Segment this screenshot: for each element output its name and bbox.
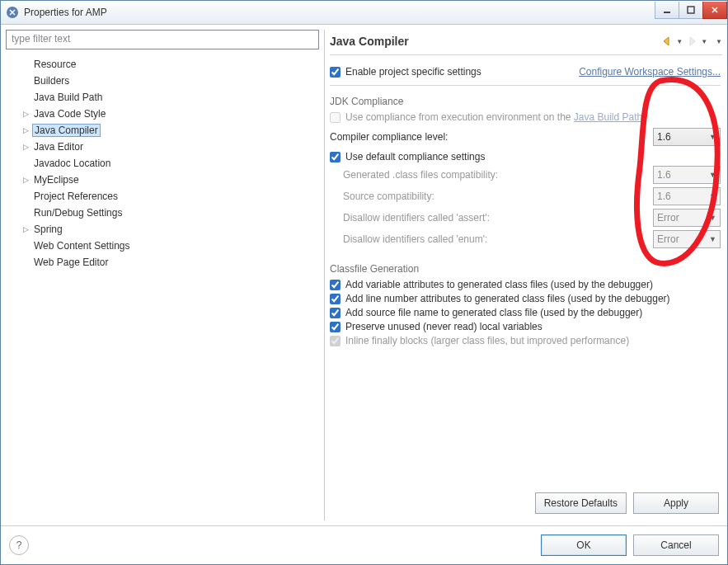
add-variable-checkbox[interactable]: Add variable attributes to generated cla… [330, 279, 721, 290]
expand-icon[interactable]: ▷ [21, 125, 31, 135]
enable-project-specific-checkbox[interactable]: Enable project specific settings [330, 66, 481, 78]
classfile-group-title: Classfile Generation [330, 263, 419, 275]
tree-item-label: MyEclipse [32, 174, 81, 186]
tree-item[interactable]: Builders [7, 73, 317, 89]
filter-input[interactable] [10, 32, 318, 45]
window-controls [655, 2, 727, 18]
twisty-placeholder [21, 208, 31, 218]
tree-item[interactable]: Project References [7, 188, 317, 205]
tree-item[interactable]: ▷Spring [7, 221, 317, 238]
tree-item-label: Javadoc Location [32, 158, 112, 169]
tree-item[interactable]: Resource [7, 56, 317, 73]
expand-icon[interactable]: ▷ [21, 109, 31, 119]
back-icon[interactable] [661, 36, 673, 46]
compliance-level-combo[interactable]: 1.6▼ [653, 128, 721, 146]
inline-finally-label: Inline finally blocks (larger class file… [345, 335, 629, 346]
twisty-placeholder [21, 92, 31, 102]
preserve-unused-checkbox[interactable]: Preserve unused (never read) local varia… [330, 321, 721, 332]
use-exec-env-checkbox[interactable]: Use compliance from execution environmen… [330, 111, 721, 123]
filter-box[interactable] [6, 30, 319, 49]
tree-item-label: Java Build Path [32, 92, 104, 103]
app-icon [6, 6, 19, 19]
preserve-unused-label: Preserve unused (never read) local varia… [345, 321, 542, 332]
disallow-assert-label: Disallow identifiers called 'assert': [343, 212, 653, 224]
twisty-placeholder [21, 191, 31, 201]
tree-item[interactable]: Web Content Settings [7, 238, 317, 254]
svg-rect-2 [688, 7, 694, 13]
close-button[interactable] [702, 2, 727, 19]
chevron-down-icon: ▼ [709, 171, 716, 179]
tree-item-label: Project References [32, 191, 120, 202]
minimize-button[interactable] [655, 2, 679, 19]
twisty-placeholder [21, 257, 31, 267]
add-source-label: Add source file name to generated class … [345, 307, 642, 318]
help-icon[interactable]: ? [9, 535, 29, 555]
tree-item[interactable]: ▷Java Code Style [7, 106, 317, 122]
chevron-down-icon: ▼ [709, 235, 716, 243]
tree-item-label: Resource [32, 59, 77, 70]
disallow-assert-combo: Error▼ [653, 209, 721, 227]
properties-dialog: Properties for AMP ResourceBuildersJava … [0, 0, 728, 565]
dialog-footer: ? OK Cancel [1, 525, 727, 564]
tree-item-label: Run/Debug Settings [32, 207, 124, 219]
compliance-level-label: Compiler compliance level: [330, 131, 448, 143]
add-source-checkbox[interactable]: Add source file name to generated class … [330, 307, 721, 318]
titlebar: Properties for AMP [1, 1, 727, 25]
forward-menu-caret[interactable]: ▼ [701, 38, 707, 45]
twisty-placeholder [21, 76, 31, 86]
cancel-button[interactable]: Cancel [633, 534, 719, 556]
left-pane: ResourceBuildersJava Build Path▷Java Cod… [6, 30, 319, 520]
chevron-down-icon: ▼ [709, 192, 716, 200]
use-default-compliance-checkbox[interactable]: Use default compliance settings [330, 151, 721, 162]
expand-icon[interactable]: ▷ [21, 142, 31, 152]
enable-project-specific-label: Enable project specific settings [345, 66, 481, 78]
tree-item-label: Builders [32, 75, 71, 87]
tree-item[interactable]: Run/Debug Settings [7, 205, 317, 221]
chevron-down-icon: ▼ [709, 214, 716, 222]
tree-item-label: Web Content Settings [32, 240, 132, 252]
tree-item[interactable]: ▷MyEclipse [7, 172, 317, 188]
view-menu-caret[interactable]: ▼ [716, 38, 722, 45]
use-exec-env-label: Use compliance from execution environmen… [345, 111, 574, 123]
jdk-compliance-group-title: JDK Compliance [330, 96, 403, 107]
expand-icon[interactable]: ▷ [21, 175, 31, 185]
generated-class-combo: 1.6▼ [653, 166, 721, 184]
back-menu-caret[interactable]: ▼ [676, 38, 683, 45]
tree-item-label: Java Editor [32, 141, 85, 153]
tree-item-label: Java Code Style [32, 108, 107, 120]
maximize-button[interactable] [679, 2, 703, 19]
tree-item-label: Spring [32, 224, 64, 235]
use-default-compliance-label: Use default compliance settings [345, 151, 485, 162]
tree-item[interactable]: ▷Java Editor [7, 139, 317, 155]
expand-icon[interactable]: ▷ [21, 224, 31, 234]
generated-class-label: Generated .class files compatibility: [343, 169, 653, 181]
add-line-checkbox[interactable]: Add line number attributes to generated … [330, 293, 721, 304]
chevron-down-icon: ▼ [709, 133, 716, 141]
add-variable-label: Add variable attributes to generated cla… [345, 279, 653, 290]
right-pane: Java Compiler ▼ ▼ ▼ Enable project [324, 30, 722, 520]
source-compat-label: Source compatibility: [343, 191, 653, 202]
add-line-label: Add line number attributes to generated … [345, 293, 670, 304]
twisty-placeholder [21, 59, 31, 69]
svg-rect-1 [664, 12, 670, 13]
restore-defaults-button[interactable]: Restore Defaults [535, 492, 627, 514]
java-build-path-link[interactable]: Java Build Path [574, 111, 642, 123]
disallow-enum-combo: Error▼ [653, 230, 721, 248]
page-title: Java Compiler [330, 35, 661, 48]
tree-item[interactable]: Web Page Editor [7, 254, 317, 271]
ok-button[interactable]: OK [541, 534, 627, 556]
twisty-placeholder [21, 241, 31, 251]
configure-workspace-settings-link[interactable]: Configure Workspace Settings... [579, 66, 721, 78]
apply-button[interactable]: Apply [633, 492, 719, 514]
tree-item[interactable]: ▷Java Compiler [7, 122, 317, 139]
disallow-enum-label: Disallow identifiers called 'enum': [343, 233, 653, 245]
category-tree[interactable]: ResourceBuildersJava Build Path▷Java Cod… [6, 53, 319, 520]
forward-icon [686, 36, 697, 46]
inline-finally-checkbox[interactable]: Inline finally blocks (larger class file… [330, 335, 721, 346]
tree-item[interactable]: Javadoc Location [7, 155, 317, 172]
source-compat-combo: 1.6▼ [653, 187, 721, 205]
twisty-placeholder [21, 158, 31, 168]
tree-item-label: Web Page Editor [32, 257, 110, 268]
window-title: Properties for AMP [24, 7, 655, 18]
tree-item[interactable]: Java Build Path [7, 89, 317, 106]
